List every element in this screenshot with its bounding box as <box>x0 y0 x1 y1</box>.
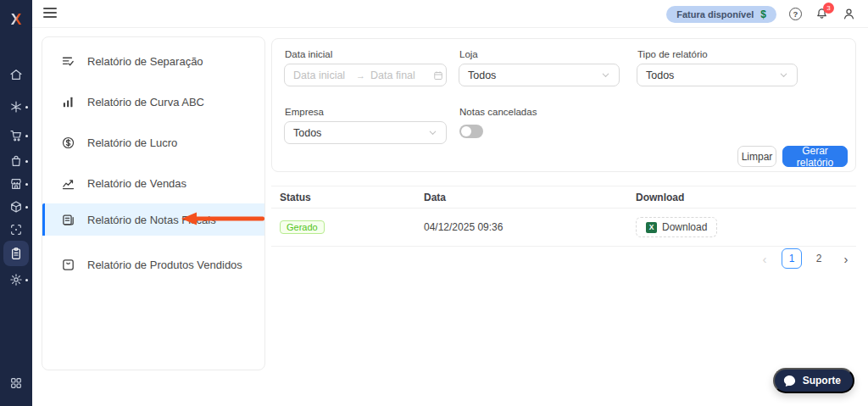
scan-icon[interactable] <box>6 220 26 240</box>
pagination-page-2[interactable]: 2 <box>809 248 829 269</box>
clear-filters-button[interactable]: Limpar <box>737 146 776 167</box>
pagination-prev-icon[interactable]: ‹ <box>754 248 775 269</box>
apps-grid-icon[interactable] <box>6 373 26 393</box>
sidebar-item-label: Relatório de Notas Fiscais <box>87 214 216 226</box>
chevron-down-icon <box>779 70 788 80</box>
chevron-down-icon <box>428 128 437 137</box>
help-icon[interactable]: ? <box>789 8 802 20</box>
invoice-document-icon <box>61 213 75 227</box>
support-button-label: Suporte <box>803 375 841 387</box>
user-profile-icon[interactable] <box>842 7 856 21</box>
modules-icon[interactable] <box>6 97 26 117</box>
package-icon[interactable] <box>6 197 26 217</box>
support-button[interactable]: Suporte <box>773 368 854 393</box>
cancelled-notes-toggle[interactable] <box>459 125 483 138</box>
download-button-label: Download <box>662 221 707 233</box>
excel-file-icon: X <box>646 222 657 233</box>
icon-rail: X <box>0 0 32 406</box>
bar-chart-icon <box>61 95 75 109</box>
top-bar: Fatura disponível $ ? 3 <box>32 0 868 28</box>
report-type-select[interactable]: Todos <box>637 64 798 86</box>
cart-icon[interactable] <box>6 125 26 146</box>
reports-clipboard-icon[interactable] <box>3 241 29 266</box>
date-cell: 04/12/2025 09:36 <box>424 209 503 246</box>
date-start-input[interactable] <box>293 70 351 81</box>
sidebar-item-label: Relatório de Lucro <box>87 136 177 149</box>
column-header-status: Status <box>280 186 311 208</box>
company-select[interactable]: Todos <box>284 121 447 144</box>
invoice-pill-label: Fatura disponível <box>676 9 754 19</box>
menu-toggle-icon[interactable] <box>43 8 57 19</box>
invoice-available-pill[interactable]: Fatura disponível $ <box>666 6 776 23</box>
report-filters-panel: Data inicial Loja Tipo de relatório Empr… <box>271 38 856 172</box>
range-arrow-icon: → <box>356 70 365 81</box>
status-cell: Gerado <box>280 209 325 246</box>
sidebar-item-curva-abc[interactable]: Relatório de Curva ABC <box>42 86 264 118</box>
status-badge: Gerado <box>280 220 325 234</box>
generate-report-button[interactable]: Gerar relatório <box>782 146 848 167</box>
company-label: Empresa <box>285 107 324 117</box>
store-icon[interactable] <box>6 174 26 194</box>
chat-bubble-icon <box>782 374 797 388</box>
shopping-bag-icon[interactable] <box>6 151 26 171</box>
store-select[interactable]: Todos <box>459 64 620 86</box>
gear-icon[interactable] <box>6 270 26 290</box>
report-type-select-value: Todos <box>646 70 674 81</box>
column-header-download: Download <box>636 186 684 208</box>
trend-chart-icon <box>61 176 75 191</box>
pagination-next-icon[interactable]: › <box>836 248 856 269</box>
table-header-row: Status Data Download <box>271 186 856 209</box>
table-row: Gerado 04/12/2025 09:36 X Download <box>271 209 856 247</box>
page: X <box>0 0 868 406</box>
store-label: Loja <box>459 49 478 59</box>
sidebar-item-produtos-vendidos[interactable]: Relatório de Produtos Vendidos <box>42 248 264 281</box>
notifications-bell-icon[interactable]: 3 <box>815 7 829 21</box>
report-type-label: Tipo de relatório <box>637 49 708 59</box>
sidebar-item-label: Relatório de Produtos Vendidos <box>87 259 242 271</box>
dollar-icon: $ <box>760 8 766 20</box>
list-check-icon <box>61 54 75 69</box>
calendar-icon <box>433 70 443 81</box>
date-end-input[interactable] <box>370 70 428 81</box>
dollar-circle-icon <box>61 136 75 150</box>
sidebar-item-separacao[interactable]: Relatório de Separação <box>42 45 264 77</box>
reports-sidebar: Relatório de Separação Relatório de Curv… <box>42 36 265 370</box>
brand-logo[interactable]: X <box>0 10 32 29</box>
pagination-page-1[interactable]: 1 <box>782 248 802 269</box>
cancelled-notes-label: Notas canceladas <box>459 107 537 117</box>
company-select-value: Todos <box>293 127 321 139</box>
download-cell: X Download <box>636 209 717 246</box>
pagination: ‹ 1 2 › <box>754 248 856 269</box>
sidebar-item-lucro[interactable]: Relatório de Lucro <box>42 126 264 159</box>
sidebar-item-label: Relatório de Separação <box>87 55 203 68</box>
sidebar-item-notas-fiscais[interactable]: Relatório de Notas Fiscais <box>42 203 264 236</box>
sold-products-icon <box>61 258 75 272</box>
sidebar-item-label: Relatório de Curva ABC <box>87 96 204 108</box>
home-icon[interactable] <box>6 64 26 85</box>
store-select-value: Todos <box>468 70 496 81</box>
sidebar-item-vendas[interactable]: Relatório de Vendas <box>42 167 264 199</box>
date-range-picker[interactable]: → <box>284 64 447 86</box>
download-button[interactable]: X Download <box>636 217 717 237</box>
date-range-label: Data inicial <box>285 49 332 59</box>
chevron-down-icon <box>601 70 610 80</box>
sidebar-item-label: Relatório de Vendas <box>87 177 186 190</box>
column-header-data: Data <box>424 186 446 208</box>
notification-count-badge: 3 <box>823 3 834 14</box>
